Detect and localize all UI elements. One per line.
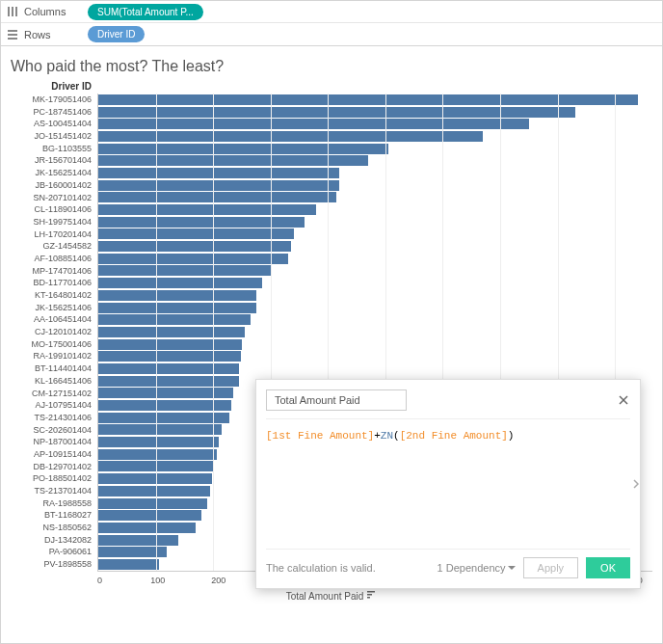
y-tick-label: SN-207101402 (11, 192, 97, 204)
y-tick-label: MK-179051406 (11, 94, 97, 106)
y-tick-label: CL-118901406 (11, 203, 97, 216)
bar-row (98, 106, 652, 119)
bar[interactable] (98, 217, 305, 228)
x-axis-text: Total Amount Paid (286, 591, 364, 602)
bar[interactable] (98, 339, 242, 350)
y-tick-label: AP-109151404 (11, 448, 97, 461)
bar[interactable] (98, 547, 167, 557)
bar[interactable] (98, 363, 239, 374)
bar[interactable] (98, 510, 201, 521)
caret-down-icon (508, 566, 516, 571)
bar[interactable] (98, 180, 339, 191)
bar-row (98, 94, 652, 106)
formula-field-1: [1st Fine Amount] (266, 430, 374, 442)
bar-row (98, 130, 652, 143)
bar-row (98, 265, 652, 278)
calc-name-input[interactable]: Total Amount Paid (266, 389, 407, 411)
bar[interactable] (98, 290, 256, 301)
y-tick-label: JO-151451402 (11, 130, 97, 143)
y-tick-label: AF-108851406 (11, 253, 97, 265)
bar[interactable] (98, 400, 231, 411)
bar[interactable] (98, 265, 271, 276)
bar[interactable] (98, 168, 339, 178)
rows-pill[interactable]: Driver ID (88, 26, 145, 42)
bar[interactable] (98, 424, 222, 435)
bar[interactable] (98, 376, 239, 387)
y-tick-label: KT-164801402 (11, 289, 97, 302)
y-tick-label: PC-187451406 (11, 106, 97, 119)
bar[interactable] (98, 192, 336, 202)
columns-pill[interactable]: SUM(Total Amount P... (88, 4, 203, 20)
dependency-dropdown[interactable]: 1 Dependency (438, 562, 516, 574)
y-tick-label: TS-213701404 (11, 485, 97, 497)
formula-operator: + (374, 430, 381, 442)
bar-row (98, 362, 652, 375)
y-tick-label: PV-1898558 (11, 558, 97, 571)
bar[interactable] (98, 254, 288, 264)
bar[interactable] (98, 144, 388, 154)
bar-row (98, 338, 652, 351)
bar[interactable] (98, 486, 210, 496)
bar-row (98, 216, 652, 228)
y-tick-label: BD-117701406 (11, 277, 97, 289)
y-tick-label: TS-214301406 (11, 412, 97, 424)
bar[interactable] (98, 314, 251, 325)
bar[interactable] (98, 523, 196, 533)
bar[interactable] (98, 327, 245, 337)
bar-row (98, 118, 652, 130)
y-tick-label: AA-106451404 (11, 313, 97, 326)
rows-label: Rows (24, 29, 88, 40)
formula-editor[interactable]: [1st Fine Amount]+ZN([2nd Fine Amount]) (266, 418, 630, 549)
x-tick-label: 200 (188, 576, 249, 585)
bar-row (98, 228, 652, 241)
y-tick-label: GZ-1454582 (11, 240, 97, 253)
svg-rect-7 (367, 594, 372, 596)
sort-descending-icon[interactable] (367, 591, 377, 601)
y-axis: MK-179051406PC-187451406AS-100451404JO-1… (11, 94, 97, 571)
y-tick-label: JK-156251406 (11, 302, 97, 314)
bar[interactable] (98, 498, 207, 509)
bar[interactable] (98, 303, 256, 313)
svg-rect-0 (8, 7, 10, 16)
x-tick-label: 100 (127, 576, 188, 585)
bar-row (98, 154, 652, 167)
bar[interactable] (98, 449, 217, 460)
columns-label: Columns (24, 6, 88, 17)
bar[interactable] (98, 228, 294, 239)
dialog-footer: The calculation is valid. 1 Dependency A… (266, 549, 630, 578)
y-tick-label: MO-175001406 (11, 338, 97, 351)
formula-field-2: [2nd Fine Amount] (400, 430, 508, 442)
formula-paren-open: ( (393, 430, 400, 442)
svg-rect-1 (12, 7, 13, 16)
chart-title: Who paid the most? The least? (11, 58, 652, 75)
y-tick-label: RA-199101402 (11, 350, 97, 362)
gridline (156, 94, 157, 571)
bar[interactable] (98, 535, 178, 546)
svg-rect-8 (367, 597, 370, 599)
bar-row (98, 277, 652, 289)
apply-button[interactable]: Apply (523, 557, 579, 578)
columns-icon (7, 6, 18, 17)
svg-rect-2 (15, 7, 17, 16)
bar[interactable] (98, 351, 241, 362)
bar[interactable] (98, 107, 575, 118)
y-tick-label: MP-174701406 (11, 265, 97, 278)
rows-icon (7, 29, 18, 40)
y-tick-label: BG-1103555 (11, 143, 97, 155)
bar[interactable] (98, 119, 529, 129)
bar[interactable] (98, 204, 316, 215)
bar[interactable] (98, 241, 291, 252)
rows-shelf[interactable]: Rows Driver ID (1, 23, 662, 45)
expand-caret-icon[interactable] (631, 476, 641, 492)
shelf-area: Columns SUM(Total Amount P... Rows Drive… (1, 1, 662, 46)
bar[interactable] (98, 278, 262, 288)
bar[interactable] (98, 437, 219, 447)
columns-shelf[interactable]: Columns SUM(Total Amount P... (1, 1, 662, 23)
bar[interactable] (98, 559, 159, 570)
x-tick-label: 0 (97, 576, 127, 585)
ok-button[interactable]: OK (586, 557, 630, 578)
bar-row (98, 350, 652, 362)
close-icon[interactable] (617, 393, 630, 407)
bar[interactable] (98, 413, 229, 423)
y-tick-label: DJ-1342082 (11, 534, 97, 547)
